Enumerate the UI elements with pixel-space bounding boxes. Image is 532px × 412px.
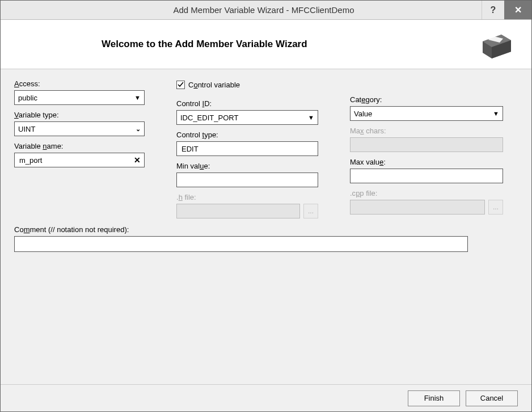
cpp-file-label: .cpp file: [350,189,503,197]
comment-section: Comment (// notation not required): [14,225,518,252]
category-value: Value [354,110,489,118]
banner-heading: Welcome to the Add Member Variable Wizar… [102,39,307,50]
chevron-down-icon: ⌄ [136,125,141,133]
variable-name-field[interactable] [18,153,130,167]
control-variable-label: Control variable [188,81,240,89]
variable-name-label: Variable name: [14,142,145,150]
max-chars-field [354,138,499,152]
control-id-dropdown[interactable]: IDC_EDIT_PORT ▼ [176,110,318,125]
wizard-window: Add Member Variable Wizard - MFCClientDe… [0,0,532,412]
titlebar-controls: ? ✕ [482,1,531,19]
cpp-file-input [350,200,485,215]
access-value: public [18,94,131,102]
column-category: Category: Value ▼ Max chars: Max value: … [350,79,503,218]
control-variable-checkbox[interactable]: Control variable [176,81,318,89]
max-value-label: Max value: [350,158,503,166]
control-id-value: IDC_EDIT_PORT [180,113,305,122]
control-type-input [176,141,318,156]
chevron-down-icon: ▼ [493,110,499,117]
min-value-label: Min value: [176,162,318,170]
category-label: Category: [350,95,503,104]
chevron-down-icon: ▼ [308,114,314,121]
form-body: Access: public ▼ Variable type: UINT ⌄ V… [1,69,531,384]
control-type-value [180,142,314,155]
comment-label: Comment (// notation not required): [14,225,129,234]
h-file-label: .h file: [176,193,318,201]
category-dropdown[interactable]: Value ▼ [350,106,503,121]
comment-input[interactable] [14,236,468,252]
cpp-file-browse-button: ... [488,200,503,215]
clear-icon[interactable]: ✕ [130,155,141,165]
titlebar: Add Member Variable Wizard - MFCClientDe… [1,1,531,20]
cpp-file-field [354,200,481,214]
box-icon [476,30,516,58]
chevron-down-icon: ▼ [134,94,141,101]
control-id-label: Control ID: [176,99,318,108]
variable-type-value: UINT [18,125,132,133]
max-value-input[interactable] [350,169,503,183]
h-file-input [176,204,300,218]
max-chars-label: Max chars: [350,127,503,135]
variable-type-label: Variable type: [14,111,145,119]
column-access: Access: public ▼ Variable type: UINT ⌄ V… [14,79,145,218]
min-value-input[interactable] [176,173,318,187]
h-file-browse-button: ... [303,204,318,218]
access-dropdown[interactable]: public ▼ [14,90,145,105]
footer: Finish Cancel [1,384,531,411]
cancel-button[interactable]: Cancel [466,390,518,406]
window-title: Add Member Variable Wizard - MFCClientDe… [1,5,482,15]
column-control: Control variable Control ID: IDC_EDIT_PO… [176,79,318,218]
max-chars-input [350,137,503,152]
checkbox-icon [176,81,185,89]
comment-field[interactable] [15,237,467,251]
help-button[interactable]: ? [482,1,504,19]
finish-button[interactable]: Finish [408,390,460,406]
control-type-label: Control type: [176,131,318,139]
close-button[interactable]: ✕ [504,1,531,19]
banner: Welcome to the Add Member Variable Wizar… [1,20,531,69]
variable-type-dropdown[interactable]: UINT ⌄ [14,121,145,136]
h-file-field [180,204,296,218]
min-value-field[interactable] [180,173,314,187]
variable-name-input[interactable]: ✕ [14,153,145,167]
access-label: Access: [14,79,145,88]
max-value-field[interactable] [354,169,499,183]
